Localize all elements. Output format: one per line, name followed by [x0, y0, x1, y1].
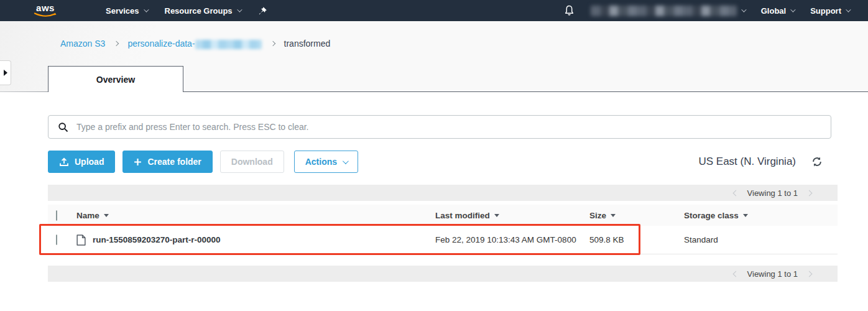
chevron-down-icon	[790, 7, 795, 12]
nav-support-label: Support	[810, 6, 841, 16]
actions-button-label: Actions	[305, 157, 337, 167]
search-input[interactable]	[76, 116, 831, 138]
column-header-size[interactable]: Size	[589, 211, 684, 220]
tab-overview[interactable]: Overview	[48, 66, 183, 92]
column-header-name-label: Name	[76, 211, 99, 220]
column-header-last-modified-label: Last modified	[435, 211, 490, 220]
column-header-storage-class-label: Storage class	[684, 211, 739, 220]
chevron-down-icon	[846, 7, 851, 12]
main-content: Upload Create folder Download Actions US…	[0, 115, 868, 282]
pagination-next-icon[interactable]	[806, 271, 813, 277]
column-header-name[interactable]: Name	[76, 211, 435, 220]
nav-region-menu[interactable]: Global	[761, 6, 794, 16]
search-icon	[58, 122, 68, 132]
plus-icon	[134, 158, 142, 166]
pagination-bar-bottom: Viewing 1 to 1	[48, 266, 838, 282]
refresh-icon[interactable]	[811, 156, 823, 167]
table-row: run-1550859203270-part-r-00000 Feb 22, 2…	[48, 226, 838, 254]
chevron-down-icon	[343, 158, 349, 164]
aws-smile-icon	[34, 12, 57, 18]
select-all-checkbox[interactable]	[56, 210, 57, 221]
upload-icon	[59, 157, 69, 167]
breadcrumb-current-folder: transformed	[284, 39, 331, 49]
pushpin-icon[interactable]	[258, 6, 267, 16]
sort-caret-icon	[494, 214, 499, 217]
download-button-label: Download	[231, 157, 273, 167]
table-header-row: Name Last modified Size Storage class	[48, 205, 838, 226]
pagination-label: Viewing 1 to 1	[747, 188, 798, 198]
sort-caret-icon	[743, 214, 748, 217]
breadcrumb-separator-icon	[114, 41, 119, 46]
cell-size: 509.8 KB	[589, 235, 684, 244]
pagination-prev-icon[interactable]	[732, 271, 739, 277]
breadcrumb: Amazon S3 personalize-data- transformed	[0, 21, 868, 49]
breadcrumb-separator-icon	[270, 41, 275, 46]
column-header-size-label: Size	[589, 211, 606, 220]
pagination-next-icon[interactable]	[806, 190, 813, 196]
nav-resource-groups-label: Resource Groups	[165, 6, 233, 16]
sort-caret-icon	[104, 214, 109, 217]
chevron-down-icon	[144, 7, 149, 12]
column-header-storage-class[interactable]: Storage class	[684, 211, 838, 220]
nav-services-label: Services	[106, 6, 139, 16]
chevron-down-icon	[741, 7, 746, 12]
left-panel-expand-handle[interactable]	[0, 60, 11, 85]
nav-resource-groups-menu[interactable]: Resource Groups	[165, 6, 241, 16]
create-folder-button-label: Create folder	[147, 157, 201, 167]
file-icon	[76, 234, 86, 246]
s3-console-page: aws Services Resource Groups	[0, 0, 868, 311]
aws-logo-text: aws	[36, 3, 55, 12]
breadcrumb-bucket-redacted	[195, 40, 262, 49]
caret-right-icon	[4, 70, 7, 76]
actions-dropdown-button[interactable]: Actions	[294, 151, 358, 173]
breadcrumb-amazon-s3-link[interactable]: Amazon S3	[60, 39, 105, 49]
sort-caret-icon	[611, 214, 616, 217]
row-checkbox[interactable]	[56, 234, 57, 245]
nav-support-menu[interactable]: Support	[810, 6, 849, 16]
pagination-bar-top: Viewing 1 to 1	[48, 185, 838, 201]
upload-button[interactable]: Upload	[48, 151, 115, 173]
nav-region-label: Global	[761, 6, 786, 16]
download-button[interactable]: Download	[220, 151, 284, 173]
pagination-prev-icon[interactable]	[732, 190, 739, 196]
top-navigation-bar: aws Services Resource Groups	[0, 0, 868, 21]
notifications-bell-icon[interactable]	[564, 5, 575, 16]
upload-button-label: Upload	[75, 157, 104, 167]
page-subheader: Amazon S3 personalize-data- transformed …	[0, 21, 868, 92]
region-group: US East (N. Virginia)	[698, 156, 838, 168]
region-label: US East (N. Virginia)	[698, 156, 796, 168]
pagination-label: Viewing 1 to 1	[747, 269, 798, 279]
cell-last-modified: Feb 22, 2019 10:13:43 AM GMT-0800	[435, 235, 589, 244]
object-name-link[interactable]: run-1550859203270-part-r-00000	[93, 235, 221, 244]
column-header-last-modified[interactable]: Last modified	[435, 211, 589, 220]
breadcrumb-bucket-link[interactable]: personalize-data-	[127, 39, 261, 49]
aws-logo[interactable]: aws	[34, 3, 57, 18]
chevron-down-icon	[237, 7, 242, 12]
toolbar: Upload Create folder Download Actions US…	[48, 151, 838, 173]
prefix-search-box	[48, 115, 831, 139]
tab-overview-label: Overview	[96, 75, 135, 85]
create-folder-button[interactable]: Create folder	[122, 151, 212, 173]
breadcrumb-bucket-prefix: personalize-data-	[127, 39, 195, 49]
cell-storage-class: Standard	[684, 235, 838, 244]
nav-services-menu[interactable]: Services	[106, 6, 147, 16]
account-menu[interactable]	[591, 6, 745, 16]
account-name-redacted	[591, 6, 737, 16]
